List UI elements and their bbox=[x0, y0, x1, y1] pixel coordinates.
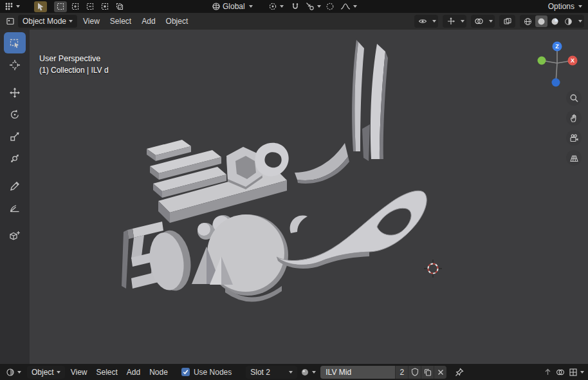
arrow-up-icon[interactable] bbox=[544, 368, 552, 376]
gizmo-x-label: X bbox=[571, 57, 574, 64]
use-nodes-label: Use Nodes bbox=[194, 368, 232, 377]
show-hide-button[interactable] bbox=[416, 15, 428, 27]
mesh-swoosh[interactable] bbox=[277, 191, 427, 269]
pin-button[interactable] bbox=[453, 366, 466, 377]
material-user-count[interactable]: 2 bbox=[395, 366, 408, 379]
new-material-button[interactable] bbox=[421, 366, 434, 379]
app-menu-button[interactable] bbox=[3, 1, 22, 12]
shading-solid-button[interactable] bbox=[535, 15, 547, 27]
chevron-down-icon bbox=[16, 5, 20, 8]
chevron-down-icon bbox=[432, 20, 436, 23]
tool-add-cube[interactable] bbox=[4, 225, 26, 246]
proportional-falloff-dropdown[interactable] bbox=[338, 1, 359, 12]
3d-cursor[interactable] bbox=[423, 259, 443, 278]
menu-view[interactable]: View bbox=[66, 366, 92, 379]
bottom-editor-type-button[interactable] bbox=[4, 366, 23, 377]
options-dropdown[interactable]: Options bbox=[544, 1, 584, 12]
shading-group bbox=[520, 15, 584, 28]
snap-dropdown[interactable] bbox=[569, 368, 584, 377]
select-mode-subtract-button[interactable] bbox=[84, 1, 96, 12]
tool-move[interactable] bbox=[4, 82, 26, 103]
camera-icon bbox=[569, 133, 579, 143]
mode-select[interactable]: Object Mode bbox=[18, 15, 77, 28]
gizmo-axis-y[interactable] bbox=[538, 57, 546, 65]
material-id-block: ILV Mid 2 bbox=[320, 366, 446, 379]
shader-type-label: Object bbox=[32, 368, 54, 377]
use-nodes-checkbox[interactable]: Use Nodes bbox=[181, 368, 232, 377]
material-slot-select[interactable]: Slot 2 bbox=[246, 366, 297, 379]
editor-type-button[interactable] bbox=[4, 16, 17, 27]
shading-rendered-button[interactable] bbox=[562, 15, 574, 27]
browse-material-button[interactable] bbox=[299, 366, 318, 377]
select-mode-extend-button[interactable] bbox=[69, 1, 82, 12]
menu-view[interactable]: View bbox=[78, 15, 104, 28]
tool-scale[interactable] bbox=[4, 126, 26, 147]
toolbar bbox=[0, 30, 30, 364]
chevron-down-icon bbox=[249, 5, 253, 8]
gizmo-axis-neg[interactable] bbox=[552, 79, 560, 87]
select-mode-new-button[interactable] bbox=[54, 1, 67, 12]
mesh-curl[interactable] bbox=[290, 216, 308, 233]
show-gizmo-button[interactable] bbox=[445, 15, 457, 27]
snap-settings-dropdown[interactable] bbox=[304, 1, 323, 12]
tool-box-select[interactable] bbox=[4, 32, 26, 53]
topbar: Global bbox=[0, 0, 588, 13]
proportional-editing-button[interactable] bbox=[324, 1, 336, 12]
material-name-field[interactable]: ILV Mid bbox=[320, 366, 395, 379]
transform-orientation-dropdown[interactable]: Global bbox=[210, 1, 255, 12]
shield-icon bbox=[411, 368, 419, 376]
mesh-blade-left[interactable] bbox=[352, 40, 364, 151]
tool-transform[interactable] bbox=[4, 147, 26, 169]
tool-measure[interactable] bbox=[4, 197, 26, 218]
mesh-big-disc[interactable] bbox=[207, 214, 288, 302]
active-tool-button[interactable] bbox=[34, 1, 47, 12]
pan-button[interactable] bbox=[566, 110, 582, 126]
shader-type-select[interactable]: Object bbox=[27, 366, 65, 379]
shader-editor-icon bbox=[6, 368, 15, 377]
viewport-side-buttons bbox=[566, 90, 582, 166]
snap-grid-icon bbox=[569, 368, 578, 377]
select-mode-invert-button[interactable] bbox=[98, 1, 111, 12]
pivot-point-dropdown[interactable] bbox=[266, 1, 286, 12]
snap-toggle-button[interactable] bbox=[289, 1, 302, 12]
viewport-info: User Perspective (1) Collection | ILV d bbox=[39, 53, 109, 76]
xray-icon bbox=[503, 17, 512, 26]
tool-rotate[interactable] bbox=[4, 104, 26, 125]
shader-editor-header: Object View Select Add Node Use Nodes Sl… bbox=[0, 364, 588, 380]
scale-icon bbox=[9, 131, 21, 142]
show-overlays-button[interactable] bbox=[473, 15, 485, 27]
chevron-down-icon bbox=[289, 371, 293, 374]
fake-user-button[interactable] bbox=[408, 366, 421, 379]
camera-view-button[interactable] bbox=[566, 130, 582, 146]
proportional-circle-icon bbox=[326, 2, 335, 11]
select-mode-subtract-icon bbox=[86, 2, 95, 11]
select-mode-intersect-button[interactable] bbox=[113, 1, 126, 12]
mesh-horn[interactable] bbox=[295, 143, 349, 184]
navigation-gizmo[interactable]: Z X bbox=[533, 36, 582, 88]
tool-3d-cursor[interactable] bbox=[4, 54, 26, 75]
menu-node[interactable]: Node bbox=[145, 366, 172, 379]
chevron-down-icon bbox=[57, 371, 60, 374]
chevron-down-icon bbox=[312, 371, 316, 374]
mode-label: Object Mode bbox=[23, 17, 66, 26]
unlink-material-button[interactable] bbox=[434, 366, 446, 379]
mesh-coin[interactable] bbox=[146, 228, 194, 294]
gizmo-group bbox=[443, 15, 466, 28]
menu-add[interactable]: Add bbox=[122, 366, 145, 379]
shading-wireframe-button[interactable] bbox=[522, 15, 534, 27]
chevron-down-icon bbox=[17, 371, 21, 374]
toggle-view-button[interactable] bbox=[566, 150, 582, 166]
shading-material-button[interactable] bbox=[549, 15, 561, 27]
zoom-button[interactable] bbox=[566, 90, 582, 106]
visibility-group bbox=[414, 15, 438, 28]
render-icon[interactable] bbox=[556, 368, 565, 377]
menu-select[interactable]: Select bbox=[91, 366, 122, 379]
menu-add[interactable]: Add bbox=[137, 15, 160, 28]
menu-select[interactable]: Select bbox=[106, 15, 136, 28]
tool-annotate[interactable] bbox=[4, 175, 26, 196]
menu-object[interactable]: Object bbox=[161, 15, 193, 28]
chevron-down-icon bbox=[489, 20, 493, 23]
grid-icon bbox=[569, 153, 579, 163]
mesh-blade-right[interactable] bbox=[362, 44, 388, 161]
xray-toggle-button[interactable] bbox=[501, 15, 513, 27]
